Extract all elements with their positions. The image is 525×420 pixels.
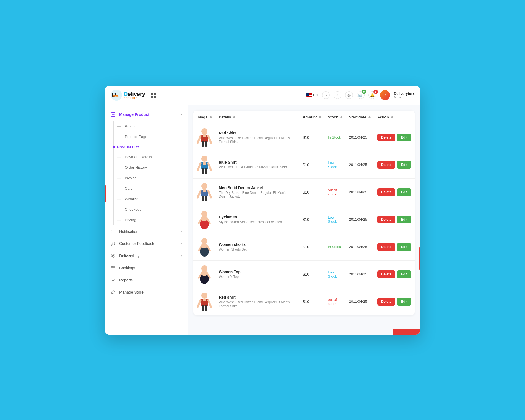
svg-rect-3 <box>111 230 115 233</box>
cell-action-4: Delete Edit <box>374 233 415 260</box>
active-dot <box>113 146 115 148</box>
submenu-item-pricing[interactable]: — Pricing <box>105 215 188 225</box>
edit-button-2[interactable]: Edit <box>397 188 411 196</box>
cell-stock-6: out of stock <box>324 288 346 315</box>
notification-nav-label: Notification <box>119 229 178 234</box>
submenu-item-product[interactable]: — Product <box>105 121 188 132</box>
delete-button-2[interactable]: Delete <box>377 188 396 196</box>
sort-icon-details[interactable] <box>233 116 235 118</box>
submenu-item-cart[interactable]: — Cart <box>105 183 188 194</box>
header-right: EN ○ ☆ ◎ 🛒 0 🔔 1 D Deliveryforx Admin <box>306 90 415 100</box>
edit-button-5[interactable]: Edit <box>397 270 411 278</box>
edit-button-3[interactable]: Edit <box>397 216 411 223</box>
main-layout: Manage Product ▾ — Product — Product Pag… <box>105 105 420 335</box>
action-buttons-4: Delete Edit <box>377 243 411 251</box>
delete-button-3[interactable]: Delete <box>377 216 396 223</box>
svg-rect-29 <box>202 196 204 201</box>
sort-icon-amount[interactable] <box>319 116 321 118</box>
header: D Delivery >>> ForX EN <box>105 86 420 105</box>
product-image-3 <box>197 210 212 229</box>
logo[interactable]: D Delivery >>> ForX <box>110 89 145 101</box>
cell-image-1 <box>193 151 215 178</box>
action-buttons-3: Delete Edit <box>377 216 411 223</box>
svg-point-6 <box>114 255 115 256</box>
cell-amount-1: $10 <box>300 151 325 178</box>
cell-stock-3: Low Stock <box>324 206 346 233</box>
svg-point-24 <box>201 183 207 189</box>
svg-rect-43 <box>202 271 207 276</box>
notification-icon-wrap[interactable]: 🔔 1 <box>368 91 376 99</box>
delete-button-4[interactable]: Delete <box>377 243 396 251</box>
deliveryboy-list-icon <box>110 253 116 259</box>
product-desc-0: Wild West - Red Cotton Blend Regular Fit… <box>219 136 296 144</box>
svg-rect-38 <box>202 243 207 248</box>
manage-store-label: Manage Store <box>119 290 182 294</box>
settings-icon[interactable]: ◎ <box>345 91 353 99</box>
submenu-item-invoice[interactable]: — Invoice <box>105 173 188 183</box>
submenu-item-checkout[interactable]: — Checkout <box>105 204 188 215</box>
sidebar-item-manage-store[interactable]: Manage Store <box>105 286 188 298</box>
edit-button-6[interactable]: Edit <box>397 298 411 306</box>
action-buttons-5: Delete Edit <box>377 270 411 278</box>
sort-icon-date[interactable] <box>368 116 371 118</box>
product-amount-6: $10 <box>303 299 309 304</box>
logo-icon: D <box>110 89 123 101</box>
search-icon[interactable]: ○ <box>322 91 330 99</box>
product-image-6 <box>197 292 212 311</box>
product-amount-1: $10 <box>303 163 309 167</box>
submenu-label-product-list: Product List <box>117 145 139 149</box>
sort-icon-stock[interactable] <box>340 116 342 118</box>
sidebar-item-notification[interactable]: Notification › <box>105 225 188 238</box>
product-name-3: Cyclamen <box>219 215 296 219</box>
table-row: Women Top Women's Top $10 Low Stock 2011… <box>193 260 415 288</box>
flag-icon <box>306 93 312 97</box>
grid-icon[interactable] <box>151 93 156 98</box>
language-selector[interactable]: EN <box>306 93 318 97</box>
sidebar-item-bookings[interactable]: Bookings <box>105 262 188 274</box>
product-name-5: Women Top <box>219 270 296 274</box>
header-left: D Delivery >>> ForX <box>110 89 156 101</box>
manage-product-icon <box>110 112 116 117</box>
svg-line-21 <box>208 163 211 170</box>
delete-button-1[interactable]: Delete <box>377 161 396 169</box>
submenu-item-product-list[interactable]: Product List <box>105 142 188 152</box>
user-name: Deliveryforx <box>394 92 415 96</box>
submenu-item-wishlist[interactable]: — Wishlist <box>105 194 188 204</box>
product-desc-1: Vida Loca - Blue Denim Fit Men's Casual … <box>219 165 296 169</box>
delete-button-6[interactable]: Delete <box>377 298 396 306</box>
cell-date-1: 2011/04/25 <box>346 151 374 178</box>
cell-details-4: Women shorts Women Shorts Set <box>215 233 300 260</box>
cell-amount-3: $10 <box>300 206 325 233</box>
star-icon[interactable]: ☆ <box>334 91 341 99</box>
edit-button-1[interactable]: Edit <box>397 161 411 169</box>
submenu-item-payment-details[interactable]: — Payment Details <box>105 152 188 162</box>
delete-button-0[interactable]: Delete <box>377 134 396 141</box>
product-image-1 <box>197 155 212 174</box>
sort-icon-image[interactable] <box>210 116 212 118</box>
sidebar-item-manage-product[interactable]: Manage Product ▾ <box>105 108 188 121</box>
delete-button-5[interactable]: Delete <box>377 270 396 278</box>
sort-icon-action[interactable] <box>391 116 393 118</box>
sidebar-item-deliveryboy-list[interactable]: Deliveryboy List › <box>105 250 188 262</box>
product-amount-5: $10 <box>303 272 309 276</box>
cell-details-2: Men Solid Denim Jacket The Dry State - B… <box>215 178 300 206</box>
sidebar-item-reports[interactable]: Reports <box>105 274 188 286</box>
cell-stock-5: Low Stock <box>324 260 346 288</box>
stock-badge-6: out of stock <box>328 298 337 306</box>
cell-action-5: Delete Edit <box>374 260 415 288</box>
svg-point-10 <box>201 128 207 134</box>
content-area: Image Details <box>188 105 420 335</box>
submenu-item-order-history[interactable]: — Order History <box>105 162 188 173</box>
table-row: blue Shirt Vida Loca - Blue Denim Fit Me… <box>193 151 415 178</box>
table-row: Cyclamen Stylish co-ord Set 2 piece dres… <box>193 206 415 233</box>
sidebar-item-customer-feedback[interactable]: Customer Feedback › <box>105 238 188 250</box>
cell-date-0: 2011/04/25 <box>346 124 374 151</box>
submenu-item-product-page[interactable]: — Product Page <box>105 132 188 142</box>
svg-point-17 <box>201 156 207 162</box>
edit-button-0[interactable]: Edit <box>397 134 411 141</box>
product-table: Image Details <box>193 111 415 315</box>
edit-button-4[interactable]: Edit <box>397 243 411 251</box>
cart-icon-wrap[interactable]: 🛒 0 <box>357 91 365 99</box>
submenu-label-product: Product <box>125 124 138 128</box>
col-start-date: Start date <box>346 111 374 124</box>
